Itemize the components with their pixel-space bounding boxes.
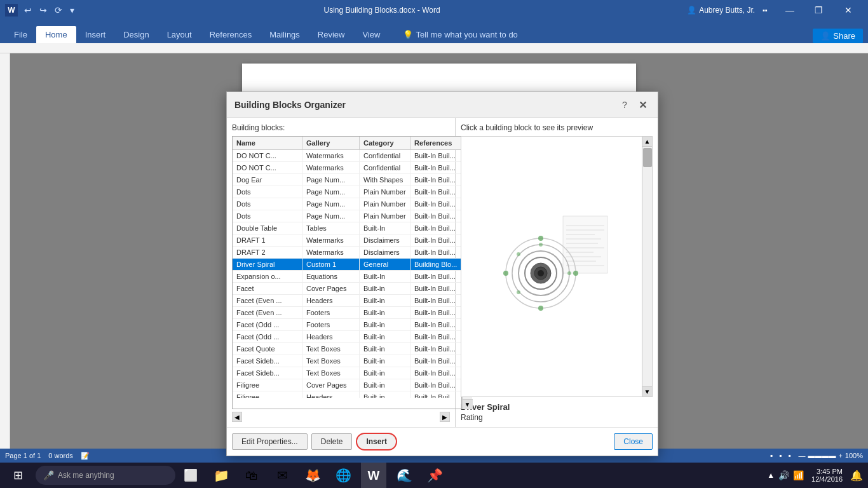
scroll-down-button[interactable]: ▼ bbox=[463, 399, 473, 409]
table-row[interactable]: Facet Cover Pages Built-in Built-In Buil… bbox=[233, 283, 461, 295]
web-layout-btn[interactable]: ▪ bbox=[776, 451, 784, 460]
table-row[interactable]: Dog Ear Page Num... With Shapes Built-In… bbox=[233, 174, 461, 186]
col-header-gallery[interactable]: Gallery bbox=[302, 137, 360, 149]
table-row[interactable]: Facet Quote Text Boxes Built-in Built-In… bbox=[233, 343, 461, 355]
tab-review[interactable]: Review bbox=[309, 26, 354, 43]
chrome-button[interactable]: 🌐 bbox=[330, 463, 356, 488]
mail-button[interactable]: ✉ bbox=[269, 463, 295, 488]
table-row[interactable]: Facet Sideb... Text Boxes Built-in Built… bbox=[233, 355, 461, 367]
cell-category: Built-in bbox=[360, 379, 410, 391]
table-row[interactable]: Filigree Headers Built-in Built-In Buil.… bbox=[233, 391, 461, 398]
col-header-template[interactable]: References bbox=[410, 137, 461, 149]
proofing-icon[interactable]: 📝 bbox=[81, 452, 90, 460]
table-row[interactable]: Expansion o... Equations Built-In Built-… bbox=[233, 271, 461, 283]
restore-display-icon: ▪▪ bbox=[763, 6, 768, 14]
task-view-button[interactable]: ⬜ bbox=[178, 463, 203, 488]
close-x-icon: ✕ bbox=[639, 99, 647, 111]
share-button[interactable]: 👤 Share bbox=[813, 29, 863, 43]
table-row[interactable]: Facet (Odd ... Footers Built-in Built-In… bbox=[233, 319, 461, 331]
tab-file[interactable]: File bbox=[5, 26, 36, 43]
section-label: Building blocks: bbox=[232, 123, 450, 132]
word-taskbar-icon: W bbox=[368, 468, 380, 483]
close-button[interactable]: ✕ bbox=[834, 0, 863, 20]
tab-design[interactable]: Design bbox=[114, 26, 158, 43]
preview-scroll-thumb[interactable] bbox=[643, 148, 652, 167]
building-blocks-table: Name Gallery Category References DO NOT … bbox=[232, 136, 462, 409]
table-row[interactable]: Facet (Odd ... Headers Built-in Built-In… bbox=[233, 331, 461, 343]
preview-scroll-down[interactable]: ▼ bbox=[642, 386, 653, 396]
delete-button[interactable]: Delete bbox=[311, 433, 353, 450]
minimize-button[interactable]: — bbox=[775, 0, 804, 20]
firefox-button[interactable]: 🦊 bbox=[300, 463, 325, 488]
table-row[interactable]: Dots Page Num... Plain Number Built-In B… bbox=[233, 186, 461, 198]
table-row[interactable]: DO NOT C... Watermarks Confidential Buil… bbox=[233, 162, 461, 174]
pin-button[interactable]: 📌 bbox=[422, 463, 447, 488]
speaker-icon[interactable]: 🔊 bbox=[778, 470, 789, 480]
restore-button[interactable]: ❐ bbox=[804, 0, 834, 20]
tab-insert[interactable]: Insert bbox=[76, 26, 115, 43]
taskbar-right: ▲ 🔊 📶 3:45 PM 12/4/2016 🔔 bbox=[767, 468, 868, 483]
cell-template: Built-In Buil... bbox=[410, 198, 461, 210]
close-dialog-button[interactable]: Close bbox=[614, 433, 653, 450]
col-header-category[interactable]: Category bbox=[360, 137, 410, 149]
store-button[interactable]: 🛍 bbox=[239, 463, 264, 488]
up-arrow-icon[interactable]: ▲ bbox=[767, 471, 775, 480]
table-row[interactable]: Double Table Tables Built-In Built-In Bu… bbox=[233, 222, 461, 234]
col-header-name[interactable]: Name bbox=[233, 137, 302, 149]
table-row[interactable]: Facet (Even ... Headers Built-in Built-I… bbox=[233, 295, 461, 307]
zoom-slider[interactable]: ▬▬▬▬ bbox=[808, 452, 836, 459]
read-mode-btn[interactable]: ▪ bbox=[785, 451, 793, 460]
table-row[interactable]: Facet Sideb... Text Boxes Built-in Built… bbox=[233, 367, 461, 379]
zoom-in-button[interactable]: + bbox=[838, 452, 842, 459]
undo-tool[interactable]: ↩ bbox=[22, 4, 34, 17]
redo-tool[interactable]: ↪ bbox=[37, 4, 50, 17]
table-row[interactable]: DRAFT 1 Watermarks Disclaimers Built-In … bbox=[233, 234, 461, 247]
dialog-close-button[interactable]: ✕ bbox=[635, 97, 650, 112]
table-row[interactable]: Dots Page Num... Plain Number Built-In B… bbox=[233, 198, 461, 210]
table-row[interactable]: Dots Page Num... Plain Number Built-In B… bbox=[233, 210, 461, 222]
table-body: DO NOT C... Watermarks Confidential Buil… bbox=[233, 150, 461, 398]
file-explorer-button[interactable]: 📁 bbox=[208, 463, 234, 488]
cell-gallery: Text Boxes bbox=[302, 355, 360, 367]
nav-left-button[interactable]: ◀ bbox=[232, 412, 242, 422]
tab-home[interactable]: Home bbox=[36, 26, 76, 43]
dropdown-tool[interactable]: ▾ bbox=[67, 4, 77, 17]
svg-point-18 bbox=[538, 236, 543, 241]
table-row[interactable]: DO NOT C... Watermarks Confidential Buil… bbox=[233, 150, 461, 162]
cell-name: DRAFT 2 bbox=[233, 247, 302, 258]
table-row[interactable]: Filigree Cover Pages Built-in Built-In B… bbox=[233, 379, 461, 391]
table-row[interactable]: Facet (Even ... Footers Built-in Built-I… bbox=[233, 307, 461, 319]
building-blocks-dialog: Building Blocks Organizer ? ✕ Building b… bbox=[226, 92, 658, 456]
zoom-out-button[interactable]: — bbox=[798, 452, 805, 459]
cell-name: Expansion o... bbox=[233, 271, 302, 282]
start-button[interactable]: ⊞ bbox=[3, 463, 33, 488]
lightbulb-icon: 💡 bbox=[403, 30, 413, 39]
time-display: 3:45 PM bbox=[811, 468, 843, 475]
tab-layout[interactable]: Layout bbox=[158, 26, 201, 43]
clock[interactable]: 3:45 PM 12/4/2016 bbox=[811, 468, 843, 483]
word-taskbar-button[interactable]: W bbox=[361, 463, 386, 488]
dialog-help-button[interactable]: ? bbox=[617, 97, 632, 112]
network-icon[interactable]: 📶 bbox=[793, 470, 804, 480]
print-layout-btn[interactable]: ▪ bbox=[768, 451, 775, 460]
table-row[interactable]: DRAFT 2 Watermarks Disclaimers Built-In … bbox=[233, 247, 461, 259]
windows-icon: ⊞ bbox=[13, 468, 23, 482]
tab-references[interactable]: References bbox=[201, 26, 261, 43]
taskbar-search[interactable]: 🎤 Ask me anything bbox=[36, 466, 175, 485]
preview-area: ▲ ▼ bbox=[461, 136, 653, 397]
table-row[interactable]: Driver Spiral Custom 1 General Building … bbox=[233, 259, 461, 271]
notification-icon[interactable]: 🔔 bbox=[850, 470, 863, 482]
tell-me-tab[interactable]: 💡 Tell me what you want to do bbox=[394, 26, 526, 43]
save-tool[interactable]: ⟳ bbox=[52, 4, 65, 17]
cell-name: Facet Sideb... bbox=[233, 367, 302, 379]
nav-right-button[interactable]: ▶ bbox=[440, 412, 450, 422]
cell-category: Disclaimers bbox=[360, 247, 410, 258]
tab-mailings[interactable]: Mailings bbox=[261, 26, 309, 43]
tab-view[interactable]: View bbox=[353, 26, 389, 43]
cell-template: Built-In Buil... bbox=[410, 355, 461, 367]
cell-template: Built-In Buil... bbox=[410, 391, 461, 398]
edge-button[interactable]: 🌊 bbox=[391, 463, 417, 488]
edit-properties-button[interactable]: Edit Properties... bbox=[232, 433, 308, 450]
preview-scroll-up[interactable]: ▲ bbox=[642, 137, 653, 147]
insert-button[interactable]: Insert bbox=[356, 433, 397, 451]
